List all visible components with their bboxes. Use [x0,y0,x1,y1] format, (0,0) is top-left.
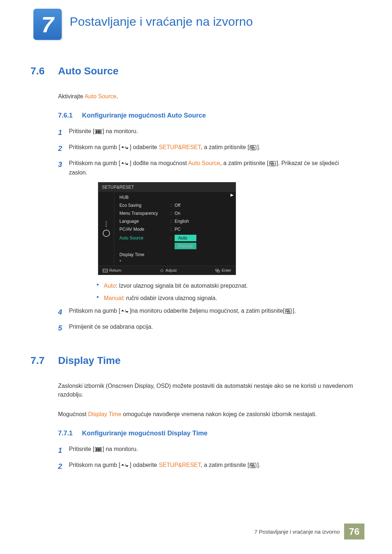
updown-icon: / [121,463,129,468]
osd-value: Manual [175,243,196,249]
osd-label: Auto Source [119,235,170,241]
text: Aktivirajte [58,93,85,99]
step-1: 1 Pritisnite [] na monitoru. [58,444,357,456]
section-heading-7-6: 7.6 Auto Source [30,65,357,77]
svg-text:/: / [125,145,126,149]
text: ] na monitoru. [102,128,138,134]
osd-label: PC/AV Mode [119,227,170,232]
text: Pritiskom na gumb [ [69,462,120,468]
text: Pritiskom na gumb [ [69,160,120,166]
section-title: Auto Source [58,65,118,77]
osd-more-indicator: ▾ [114,259,236,264]
osd-footer: Return Adjust Enter [98,266,236,275]
step-number: 2 [58,460,69,472]
svg-rect-3 [99,130,101,133]
osd-label: Menu Transparency [119,211,170,216]
menu-icon [95,130,102,134]
step-number: 1 [58,127,69,138]
osd-return-hint: Return [103,268,121,272]
text: ] na monitoru. [102,446,138,452]
page-footer: 7 Postavljanje i vraćanje na izvorno 76 [254,524,364,539]
step-text: Pritisnite [] na monitoru. [69,127,357,136]
text: ]. [257,144,260,150]
chapter-title: Postavljanje i vraćanje na izvorno [70,15,253,29]
menu-icon [95,447,102,452]
accent-term: Auto Source [85,93,117,99]
step-list: 1 Pritisnite [] na monitoru. 2 Pritiskom… [58,444,357,472]
text: Mogućnost [58,411,88,417]
step-number: 5 [58,322,69,334]
step-number: 1 [58,444,69,456]
text: ]. [257,462,260,468]
enter-icon [250,463,256,468]
text: ] odaberite [130,462,159,468]
osd-row-display-time: Display Time [114,251,236,259]
bullet-manual: • Manual: ručni odabir izvora ulaznog si… [97,294,357,303]
svg-text:/: / [125,463,126,467]
osd-selected-value: Auto [175,235,196,241]
step-number: 2 [58,143,69,154]
svg-rect-23 [96,448,97,451]
gear-icon [103,230,110,237]
osd-menu-screenshot: SETUP&RESET ▶ HUB Eco Saving:Off Menu Tr… [98,182,236,275]
accent-term: Auto [104,283,116,289]
osd-label: HUB [119,195,170,200]
paragraph: Mogućnost Display Time omogućuje navođen… [58,410,357,419]
step-text: Pritiskom na gumb [/] dođite na mogućnos… [69,159,357,177]
text: ]. [293,308,296,314]
text: ]na monitoru odaberite željenu mogućnost… [130,308,285,314]
updown-icon: / [121,161,129,166]
osd-title: SETUP&RESET [98,182,236,192]
subsection-heading-7-6-1: 7.6.1 Konfiguriranje mogućnosti Auto Sou… [58,112,357,119]
svg-text:/: / [125,309,126,313]
section-number: 7.6 [30,65,58,77]
step-text: Pritisnite [] na monitoru. [69,444,357,454]
text: , a zatim pritisnite [ [201,144,249,150]
step-text: Primijenit će se odabrana opcija. [69,322,357,332]
chevron-right-icon: ▶ [230,193,233,197]
text: Adjust [166,268,177,272]
section-title: Display Time [58,355,121,366]
section-heading-7-7: 7.7 Display Time [30,355,357,366]
accent-term: Auto Source [188,160,220,166]
svg-rect-1 [96,130,97,133]
text: . [117,93,118,99]
text: , a zatim pritisnite [ [220,160,268,166]
text: Enter [222,268,231,272]
bullet-icon: • [97,282,104,288]
step-text: Pritiskom na gumb [/] odaberite SETUP&RE… [69,143,357,152]
section-intro: Aktivirajte Auto Source. [58,92,357,101]
step-text: Pritiskom na gumb [/]na monitoru odaberi… [69,306,357,316]
osd-row-hub: HUB [114,193,236,201]
osd-row-pcav: PC/AV Mode:PC [114,225,236,233]
svg-rect-24 [98,448,99,451]
text: : ručni odabir izvora ulaznog signala. [123,295,217,301]
subsection-title: Konfiguriranje mogućnosti Auto Source [82,112,206,119]
enter-icon [285,309,292,314]
step-number: 4 [58,306,69,318]
step-1: 1 Pritisnite [] na monitoru. [58,127,357,138]
osd-value: On [175,211,180,216]
paragraph: Zaslonski izbornik (Onscreen Display, OS… [58,382,357,399]
osd-row-auto-source-alt: Manual [114,243,236,251]
step-text: Pritiskom na gumb [/] odaberite SETUP&RE… [69,460,357,470]
text: , a zatim pritisnite [ [201,462,249,468]
text: Return [109,268,121,272]
osd-value: Off [175,203,180,208]
text: Pritiskom na gumb [ [69,144,120,150]
option-bullets: • Auto: Izvor ulaznog signala bit će aut… [97,282,357,303]
page-number-badge: 76 [344,524,364,539]
section-number: 7.7 [30,355,58,366]
page-content: 7.6 Auto Source Aktivirajte Auto Source.… [30,65,357,476]
osd-label: Eco Saving [119,203,170,208]
enter-icon [269,161,276,166]
step-2: 2 Pritiskom na gumb [/] odaberite SETUP&… [58,143,357,154]
osd-adjust-hint: Adjust [160,268,177,272]
osd-row-eco: Eco Saving:Off [114,201,236,209]
updown-icon: / [121,145,129,150]
step-3: 3 Pritiskom na gumb [/] dođite na mogućn… [58,159,357,177]
accent-term: SETUP&RESET [159,144,201,150]
bullet-icon: • [97,294,104,300]
subsection-heading-7-7-1: 7.7.1 Konfiguriranje mogućnosti Display … [58,430,357,437]
step-number: 3 [58,159,69,170]
